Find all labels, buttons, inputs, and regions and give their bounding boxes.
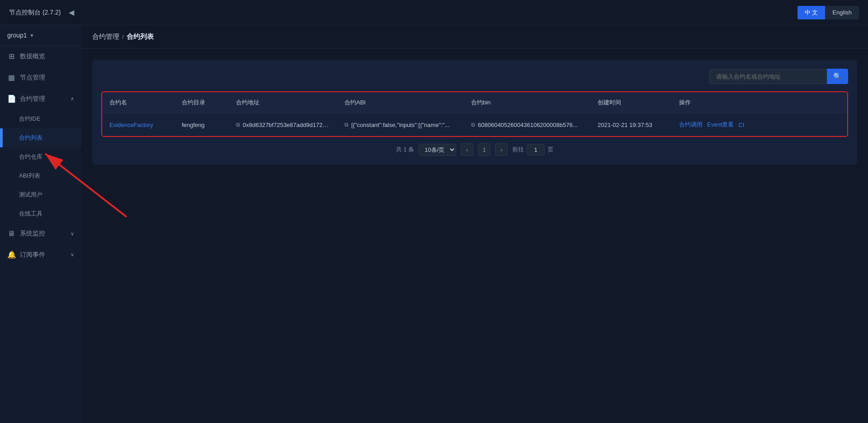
monitor-section-chevron: ∨ [71, 231, 74, 237]
sidebar-section-subscribe-header[interactable]: 🔔 订阅事件 ∨ [0, 244, 81, 265]
online-tools-label: 在线工具 [19, 210, 42, 217]
search-box: 🔍 [709, 69, 848, 84]
search-input[interactable] [709, 69, 827, 84]
cell-bin: ⧉ 6080604052600436106200008b576... [464, 114, 590, 136]
col-header-name: 合约名 [102, 92, 175, 113]
cell-actions: 合约调用 Event查看 CNS [672, 113, 744, 136]
sidebar-item-node-management[interactable]: ▦ 节点管理 [0, 67, 81, 88]
breadcrumb-current: 合约列表 [127, 33, 154, 41]
sidebar: group1 ▼ ⊞ 数据概览 ▦ 节点管理 📄 合约管理 ∧ 合约IDE [0, 25, 81, 423]
sidebar-item-test-user[interactable]: 测试用户 [0, 185, 81, 204]
lang-en-button[interactable]: English [825, 6, 859, 19]
language-switcher: 中 文 English [797, 6, 859, 19]
page-header: 合约管理 / 合约列表 [81, 25, 868, 49]
action-invoke[interactable]: 合约调用 [679, 121, 703, 129]
contract-ide-label: 合约IDE [19, 115, 41, 122]
copy-address-icon[interactable]: ⧉ [236, 122, 240, 128]
action-event[interactable]: Event查看 [707, 121, 734, 129]
group-name: group1 [7, 32, 27, 39]
breadcrumb-separator: / [122, 33, 124, 40]
sidebar-item-data-overview[interactable]: ⊞ 数据概览 [0, 46, 81, 67]
main-content: 🔍 合约名 合约目录 合约地址 合约ABI 合约bin 创建时间 操作 [81, 49, 868, 423]
sidebar-item-contract-ide[interactable]: 合约IDE [0, 109, 81, 128]
pagination-prev[interactable]: ‹ [461, 143, 473, 156]
node-mgmt-icon: ▦ [7, 73, 15, 82]
bin-text: 6080604052600436106200008b576... [478, 122, 578, 128]
pagination-total: 共 1 条 [396, 146, 414, 154]
contract-table: 合约名 合约目录 合约地址 合约ABI 合约bin 创建时间 操作 Eviden… [101, 91, 848, 137]
pagination-next[interactable]: › [495, 143, 508, 156]
content-area: 合约管理 / 合约列表 🔍 [81, 25, 868, 423]
pagination-jump-suffix: 页 [547, 146, 553, 154]
contract-list-label: 合约列表 [19, 134, 42, 141]
breadcrumb-parent: 合约管理 [92, 33, 119, 41]
sidebar-item-label: 数据概览 [20, 52, 45, 61]
active-indicator [1, 128, 3, 147]
col-header-bin: 合约bin [464, 92, 590, 113]
search-button[interactable]: 🔍 [827, 69, 848, 84]
search-row: 🔍 [101, 69, 848, 84]
group-selector[interactable]: group1 ▼ [0, 25, 81, 46]
cell-time: 2021-02-21 19:37:53 [590, 114, 672, 136]
sidebar-section-contract-header[interactable]: 📄 合约管理 ∧ [0, 88, 81, 109]
header-left: 节点控制台 (2.7.2) ◀ [9, 7, 77, 18]
contract-warehouse-label: 合约仓库 [19, 153, 42, 160]
test-user-label: 测试用户 [19, 191, 42, 198]
main-layout: group1 ▼ ⊞ 数据概览 ▦ 节点管理 📄 合约管理 ∧ 合约IDE [0, 25, 868, 423]
subscribe-section-chevron: ∨ [71, 252, 74, 258]
col-header-time: 创建时间 [590, 92, 672, 113]
subscribe-icon: 🔔 [7, 250, 15, 259]
pagination-page-1[interactable]: 1 [478, 143, 491, 156]
sidebar-section-contract: 📄 合约管理 ∧ 合约IDE 合约列表 合约仓库 ABI列表 测试用户 在线工具 [0, 88, 81, 223]
monitor-icon: 🖥 [7, 230, 15, 238]
group-dropdown-icon: ▼ [30, 33, 34, 38]
cell-address: ⧉ 0x8d6327bf7253e87add9d17212cc7... [229, 114, 337, 136]
col-header-abi: 合约ABI [337, 92, 464, 113]
search-icon: 🔍 [833, 72, 842, 80]
data-overview-icon: ⊞ [7, 52, 15, 61]
sidebar-section-monitor-label: 系统监控 [20, 230, 45, 238]
lang-zh-button[interactable]: 中 文 [797, 6, 826, 19]
sidebar-section-subscribe-label: 订阅事件 [20, 251, 45, 259]
copy-bin-icon[interactable]: ⧉ [471, 122, 475, 128]
col-header-actions: 操作 [672, 92, 744, 113]
table-row: EvidenceFactory fengfeng ⧉ 0x8d6327bf725… [102, 113, 847, 136]
top-header: 节点控制台 (2.7.2) ◀ 中 文 English [0, 0, 868, 25]
cell-abi: ⧉ [{"constant":false,"inputs":[{"name":"… [337, 114, 464, 136]
contract-section-chevron: ∧ [71, 96, 74, 102]
sidebar-section-subscribe: 🔔 订阅事件 ∨ [0, 244, 81, 265]
sidebar-item-online-tools[interactable]: 在线工具 [0, 204, 81, 223]
address-text: 0x8d6327bf7253e87add9d17212cc7... [243, 122, 330, 128]
sidebar-item-label: 节点管理 [20, 74, 45, 82]
sidebar-item-contract-warehouse[interactable]: 合约仓库 [0, 147, 81, 166]
contract-section-icon: 📄 [7, 94, 15, 103]
pagination-jump-wrap: 前往 页 [512, 144, 553, 155]
sidebar-section-monitor-header[interactable]: 🖥 系统监控 ∨ [0, 223, 81, 244]
pagination-row: 共 1 条 10条/页 20条/页 50条/页 ‹ 1 › 前往 页 [101, 137, 848, 156]
sidebar-item-contract-list[interactable]: 合约列表 [0, 128, 81, 147]
sidebar-section-monitor: 🖥 系统监控 ∨ [0, 223, 81, 244]
abi-text[interactable]: [{"constant":false,"inputs":[{"name":"..… [351, 122, 449, 128]
col-header-address: 合约地址 [229, 92, 337, 113]
table-body: EvidenceFactory fengfeng ⧉ 0x8d6327bf725… [102, 113, 847, 136]
content-card: 🔍 合约名 合约目录 合约地址 合约ABI 合约bin 创建时间 操作 [92, 60, 857, 165]
collapse-button[interactable]: ◀ [66, 7, 77, 18]
table-header: 合约名 合约目录 合约地址 合约ABI 合约bin 创建时间 操作 [102, 92, 847, 113]
copy-abi-icon[interactable]: ⧉ [344, 122, 349, 128]
pagination-page-input[interactable] [527, 144, 545, 155]
action-cns[interactable]: CNS [738, 122, 744, 128]
pagination-jump-prefix: 前往 [512, 146, 524, 154]
cell-contract-name[interactable]: EvidenceFactory [102, 114, 175, 136]
app-title: 节点控制台 (2.7.2) [9, 9, 61, 17]
cell-directory: fengfeng [175, 114, 229, 136]
sidebar-section-contract-label: 合约管理 [20, 95, 45, 103]
col-header-directory: 合约目录 [175, 92, 229, 113]
sidebar-item-abi-list[interactable]: ABI列表 [0, 166, 81, 185]
abi-list-label: ABI列表 [19, 172, 40, 179]
page-size-select[interactable]: 10条/页 20条/页 50条/页 [419, 144, 456, 156]
